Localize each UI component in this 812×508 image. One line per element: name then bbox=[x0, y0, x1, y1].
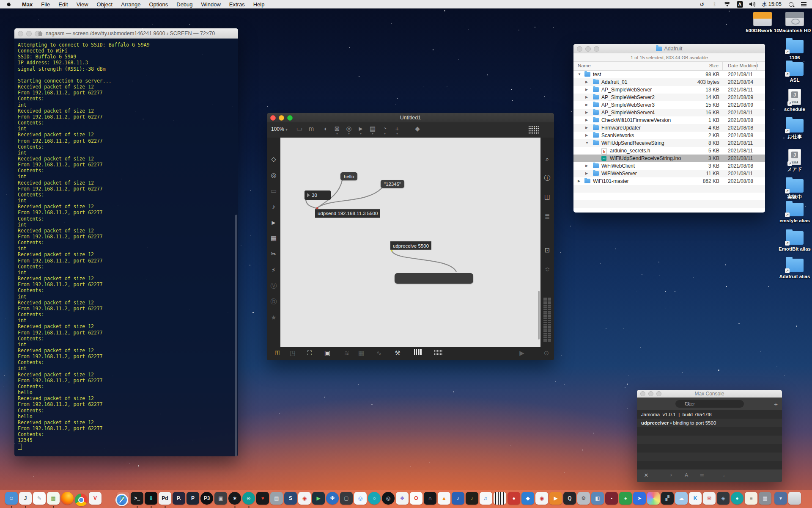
dock-icon-audio-app[interactable]: ∩ bbox=[424, 492, 436, 505]
dock-icon-downloads-folder[interactable]: ▾ bbox=[774, 492, 787, 505]
desktop-icon-emstyle-alias[interactable]: ↗emstyle alias bbox=[776, 203, 812, 224]
menu-max[interactable]: Max bbox=[18, 0, 37, 8]
dock-icon-app-27[interactable]: ○ bbox=[368, 492, 381, 505]
dock-icon-terminal[interactable]: >_ bbox=[131, 492, 143, 505]
desktop-icon-お仕事[interactable]: ↗お仕事 bbox=[776, 119, 812, 140]
minimize-button[interactable] bbox=[648, 391, 653, 396]
desktop-icon-1106[interactable]: ↗1106 bbox=[776, 40, 812, 61]
dock-icon-arduino[interactable]: ∞ bbox=[242, 492, 255, 505]
dock-icon-plugdata[interactable]: P bbox=[187, 492, 199, 505]
column-header-name[interactable]: Name bbox=[578, 63, 591, 68]
dock-icon-java-updater[interactable]: J bbox=[19, 492, 32, 505]
dock-icon-app-29[interactable]: ❖ bbox=[396, 492, 409, 505]
desktop-icon-500gbwork-10[interactable]: 500GBwork 10 bbox=[744, 12, 781, 33]
dock-icon-photos-like[interactable] bbox=[647, 492, 660, 505]
menu-view[interactable]: View bbox=[72, 0, 93, 8]
snapshot-camera-icon[interactable]: ⊡ bbox=[540, 246, 554, 254]
disclosure-triangle[interactable]: ▶ bbox=[585, 110, 588, 114]
vizzie-icon[interactable]: ⓥ bbox=[267, 282, 280, 290]
console-list-icon[interactable]: ≣ bbox=[540, 213, 554, 220]
terminal-titlebar[interactable]: nagasm — screen /dev/tty.usbmodem146241 … bbox=[14, 28, 238, 39]
plus-icon[interactable]: +▾ bbox=[392, 125, 402, 135]
disclosure-triangle[interactable]: ▼ bbox=[585, 141, 589, 145]
dock-icon-vivaldi[interactable]: V bbox=[89, 492, 102, 505]
dock-icon-app-52[interactable]: ◈ bbox=[717, 492, 730, 505]
disclosure-triangle[interactable]: ▶ bbox=[585, 103, 588, 107]
bluetooth-icon[interactable]: ᛒ bbox=[711, 1, 718, 8]
volume-icon[interactable] bbox=[749, 1, 756, 8]
disclosure-triangle[interactable]: ▶ bbox=[585, 133, 588, 137]
dock-icon-trash[interactable] bbox=[788, 492, 801, 505]
dock-icon-jitter-cube[interactable]: ▣ bbox=[214, 492, 227, 505]
run-circle-icon[interactable]: ▶ bbox=[516, 349, 527, 357]
finder-row-test[interactable]: ▼test98 KB2021/08/11 bbox=[573, 71, 765, 78]
object-box-udpsend[interactable]: udpsend 192.168.11.3 5500 bbox=[315, 209, 380, 218]
dock-icon-app-51[interactable]: ✉ bbox=[703, 492, 716, 505]
back-arrow-icon[interactable]: ← bbox=[721, 472, 729, 478]
dock-icon-supercollider[interactable]: 8 bbox=[145, 492, 157, 505]
image-files-icon[interactable]: ▦ bbox=[267, 235, 280, 242]
desktop-icon-macintosh-hd[interactable]: Macintosh HD bbox=[776, 12, 812, 33]
dock-icon-vlc-like[interactable]: ▲ bbox=[438, 492, 450, 505]
dock-icon-app-44[interactable]: ▪ bbox=[605, 492, 618, 505]
menu-edit[interactable]: Edit bbox=[54, 0, 72, 8]
finder-row-WiFiWebClient[interactable]: ▶WiFiWebClient3 KB2021/08/08 bbox=[573, 162, 765, 170]
zoom-button[interactable] bbox=[594, 46, 599, 52]
finder-row-AP_SimpleWebServer3[interactable]: ▶AP_SimpleWebServer315 KB2021/08/09 bbox=[573, 101, 765, 109]
disclosure-triangle[interactable]: ▶ bbox=[578, 179, 580, 183]
number-box[interactable]: 30 bbox=[304, 190, 331, 200]
finder-row-WiFiUdpSendReceiveString.ino[interactable]: ∞WiFiUdpSendReceiveString.ino3 KB2021/08… bbox=[573, 155, 765, 162]
zoom-button[interactable] bbox=[287, 115, 293, 121]
desktop-icon-メアド[interactable]: ↗メアド bbox=[776, 149, 812, 172]
disclosure-triangle[interactable]: ▶ bbox=[585, 95, 588, 99]
notification-center-icon[interactable] bbox=[800, 1, 807, 8]
menu-window[interactable]: Window bbox=[197, 0, 225, 8]
close-button[interactable] bbox=[640, 391, 645, 396]
dock-icon-app-21[interactable]: S bbox=[284, 492, 297, 505]
dock-icon-emotibit[interactable]: ♥ bbox=[256, 492, 269, 505]
dock-icon-app-41[interactable]: Q bbox=[563, 492, 576, 505]
desktop-icon-emotibit-alias[interactable]: ↗EmotiBit alias bbox=[776, 231, 812, 252]
disclosure-triangle[interactable]: ▶ bbox=[585, 80, 588, 84]
zoom-search-icon[interactable]: ⌕ bbox=[540, 155, 554, 163]
dial-icon[interactable]: ◔▾ bbox=[380, 125, 390, 135]
inspector-info-icon[interactable]: ⓘ bbox=[540, 174, 554, 182]
dock-icon-app-33[interactable]: ♪ bbox=[452, 492, 464, 505]
dock-icon-purr-data[interactable]: P. bbox=[173, 492, 185, 505]
finder-row-arduino_secrets.h[interactable]: harduino_secrets.h5 KB2021/08/11 bbox=[573, 147, 765, 155]
finder-row-AP_SimpleWebServer[interactable]: ▶AP_SimpleWebServer13 KB2021/08/11 bbox=[573, 86, 765, 94]
favorites-star-icon[interactable]: ★ bbox=[267, 314, 280, 321]
lessons-icon[interactable]: ▭ bbox=[267, 187, 280, 195]
zoom-button[interactable] bbox=[656, 391, 661, 396]
dock-icon-firefox[interactable] bbox=[61, 492, 74, 505]
grid-icon[interactable]: ▦ bbox=[356, 349, 367, 357]
patcher-titlebar[interactable]: Untitled1 bbox=[267, 113, 554, 122]
video-files-icon[interactable]: ► bbox=[267, 219, 280, 226]
dock-icon-processing[interactable]: P3 bbox=[200, 492, 213, 505]
disclosure-triangle[interactable]: ▶ bbox=[585, 164, 588, 168]
disclosure-triangle[interactable]: ▶ bbox=[585, 126, 588, 130]
wrench-icon[interactable]: ⚒ bbox=[392, 349, 403, 357]
paint-bucket-icon[interactable]: ◆ bbox=[412, 125, 422, 133]
desktop-icon-asl[interactable]: ↗ASL bbox=[776, 62, 812, 83]
collapse-rows-icon[interactable]: ≣ bbox=[698, 472, 706, 478]
close-button[interactable] bbox=[270, 115, 276, 121]
message-box-icon[interactable]: m bbox=[306, 125, 316, 133]
finder-row-FirmwareUpdater[interactable]: ▶FirmwareUpdater4 KB2021/08/08 bbox=[573, 124, 765, 132]
menu-debug[interactable]: Debug bbox=[172, 0, 197, 8]
dock-icon-textedit[interactable]: ✎ bbox=[33, 492, 46, 505]
menu-arrange[interactable]: Arrange bbox=[117, 0, 145, 8]
dock-icon-app-38[interactable]: ◆ bbox=[521, 492, 534, 505]
disclosure-triangle[interactable]: ▶ bbox=[585, 118, 588, 122]
finder-row-WiFiWebServer[interactable]: ▶WiFiWebServer11 KB2021/08/11 bbox=[573, 170, 765, 177]
dock-icon-pure-data[interactable]: Pd bbox=[159, 492, 171, 505]
message-box-empty[interactable] bbox=[395, 273, 473, 284]
console-log-row[interactable]: Jamoma v1.0.1 | build 79a47f8 bbox=[637, 410, 782, 419]
disclosure-triangle[interactable]: ▶ bbox=[585, 171, 588, 175]
dock-icon-app-23[interactable]: ▶ bbox=[312, 492, 325, 505]
dock-icon-app-43[interactable]: ◧ bbox=[591, 492, 604, 505]
time-machine-icon[interactable]: ↺ bbox=[699, 1, 705, 8]
mixer-sliders-icon[interactable]: ≎ bbox=[540, 265, 554, 273]
button-icon[interactable]: ◎▾ bbox=[344, 125, 354, 135]
object-box-icon[interactable]: ▭ bbox=[294, 125, 304, 133]
